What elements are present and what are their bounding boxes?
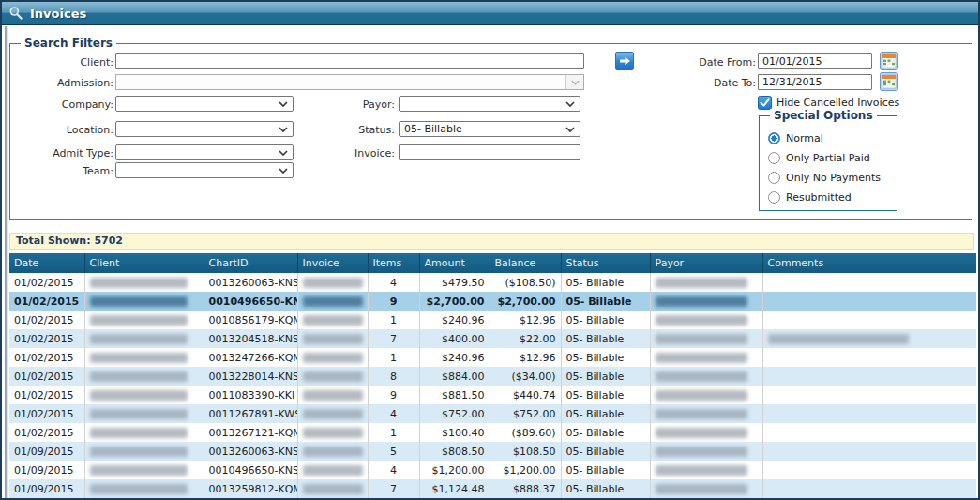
- cell-amount: $240.96: [419, 311, 490, 329]
- admit-type-select[interactable]: [115, 144, 294, 160]
- invoice-input[interactable]: [399, 144, 580, 160]
- radio-button-icon[interactable]: [768, 152, 780, 164]
- table-row[interactable]: 01/09/20150010496650-KNS4$1,200.00$1,200…: [9, 461, 976, 479]
- hide-cancelled-checkbox[interactable]: Hide Cancelled Invoices: [758, 95, 899, 110]
- table-row[interactable]: 01/02/20150013228014-KNS8$884.00($34.00)…: [9, 367, 976, 386]
- cell-amount: $2,700.00: [419, 292, 490, 311]
- date-to-input[interactable]: [758, 74, 872, 90]
- redacted-invoice-text: [303, 278, 363, 288]
- redacted-payor-text: [656, 353, 747, 363]
- cell-invoice: [297, 404, 368, 423]
- column-header-date[interactable]: Date: [9, 253, 84, 273]
- column-header-comments[interactable]: Comments: [762, 253, 976, 273]
- table-row[interactable]: 01/02/20150013267121-KQM1$100.40($89.60)…: [9, 423, 976, 442]
- cell-items: 5: [368, 442, 419, 461]
- table-body: 01/02/20150013260063-KNS4$479.50($108.50…: [9, 273, 976, 498]
- cell-invoice: [297, 386, 368, 404]
- location-label: Location:: [10, 123, 113, 137]
- redacted-payor-text: [656, 315, 747, 326]
- checkbox-checked-icon[interactable]: [758, 96, 772, 110]
- cell-date: 01/02/2015: [9, 329, 84, 348]
- cell-chartid: 0013247266-KQM: [204, 348, 297, 367]
- left-rail-divider: [5, 26, 7, 498]
- cell-items: 9: [368, 292, 419, 311]
- team-label: Team:: [10, 164, 113, 178]
- cell-chartid: 0013267121-KQM: [204, 423, 297, 442]
- search-go-button[interactable]: [615, 52, 634, 70]
- cell-client: [84, 311, 204, 329]
- table-row[interactable]: 01/02/20150013204518-KNS7$400.00$22.0005…: [9, 329, 976, 348]
- redacted-payor-text: [656, 428, 747, 438]
- date-from-input[interactable]: [758, 53, 872, 69]
- cell-items: 4: [368, 404, 419, 423]
- table-row[interactable]: 01/02/20150010856179-KQM1$240.96$12.9605…: [9, 311, 976, 329]
- date-to-calendar-button[interactable]: [880, 72, 898, 91]
- table-row[interactable]: 01/02/20150013260063-KNS4$479.50($108.50…: [9, 273, 976, 292]
- redacted-payor-text: [656, 296, 747, 307]
- column-header-items[interactable]: Items: [368, 253, 419, 273]
- redacted-payor-text: [656, 390, 747, 401]
- cell-chartid: 0013204518-KNS: [204, 329, 297, 348]
- radio-button-icon[interactable]: [768, 172, 780, 184]
- cell-client: [84, 442, 204, 461]
- team-select[interactable]: [115, 162, 294, 178]
- column-header-client[interactable]: Client: [84, 253, 204, 273]
- table-row[interactable]: 01/02/20150011083390-KKI9$881.50$440.740…: [9, 386, 976, 404]
- radio-option-only-no-payments[interactable]: Only No Payments: [768, 168, 895, 188]
- table-row[interactable]: 01/02/20150013247266-KQM1$240.96$12.9605…: [9, 348, 976, 367]
- redacted-invoice-text: [303, 484, 363, 494]
- table-row[interactable]: 01/02/20150011267891-KWS4$752.00$752.000…: [9, 404, 976, 423]
- radio-button-icon[interactable]: [768, 132, 780, 144]
- cell-invoice: [297, 461, 368, 479]
- column-header-payor[interactable]: Payor: [650, 253, 762, 273]
- table-row[interactable]: 01/09/20150013260063-KNS5$808.50$108.500…: [9, 442, 976, 461]
- radio-option-resubmitted[interactable]: Resubmitted: [768, 188, 895, 207]
- redacted-client-text: [90, 409, 188, 419]
- radio-option-only-partial-paid[interactable]: Only Partial Paid: [768, 148, 895, 168]
- cell-payor: [650, 461, 762, 479]
- redacted-invoice-text: [303, 428, 363, 438]
- redacted-client-text: [90, 484, 188, 494]
- payor-select[interactable]: [399, 96, 580, 112]
- cell-amount: $479.50: [419, 273, 490, 292]
- table-row[interactable]: 01/09/20150013259812-KQM7$1,124.48$888.3…: [9, 479, 976, 498]
- date-to-label: Date To:: [657, 76, 756, 90]
- table-row[interactable]: 01/02/20150010496650-KNS9$2,700.00$2,700…: [9, 292, 976, 311]
- column-header-amount[interactable]: Amount: [419, 253, 490, 273]
- radio-option-normal[interactable]: Normal: [768, 129, 895, 148]
- redacted-client-text: [90, 278, 188, 288]
- cell-date: 01/09/2015: [9, 442, 84, 461]
- chevron-down-icon: [565, 127, 575, 132]
- cell-chartid: 0013259812-KQM: [204, 479, 297, 498]
- radio-option-label: Only Partial Paid: [786, 152, 870, 164]
- redacted-payor-text: [656, 447, 747, 457]
- company-select[interactable]: [115, 96, 294, 112]
- client-input[interactable]: [115, 53, 584, 69]
- column-header-chartid[interactable]: ChartID: [204, 253, 297, 273]
- column-header-invoice[interactable]: Invoice: [297, 253, 368, 273]
- redacted-invoice-text: [303, 371, 363, 382]
- cell-client: [84, 329, 204, 348]
- radio-option-label: Only No Payments: [786, 172, 881, 184]
- cell-date: 01/02/2015: [9, 273, 84, 292]
- redacted-payor-text: [656, 278, 747, 288]
- location-select[interactable]: [115, 121, 294, 137]
- status-select-value: 05- Billable: [404, 123, 462, 135]
- cell-payor: [650, 404, 762, 423]
- cell-amount: $752.00: [419, 404, 490, 423]
- radio-button-icon[interactable]: [768, 191, 780, 204]
- cell-amount: $884.00: [419, 367, 490, 386]
- cell-status: 05- Billable: [561, 479, 650, 498]
- cell-amount: $1,124.48: [419, 479, 490, 498]
- column-header-status[interactable]: Status: [561, 253, 650, 273]
- status-select[interactable]: 05- Billable: [399, 121, 580, 137]
- cell-items: 9: [368, 386, 419, 404]
- cell-balance: $1,200.00: [490, 461, 561, 479]
- column-header-balance[interactable]: Balance: [490, 253, 561, 273]
- redacted-invoice-text: [303, 390, 363, 401]
- cell-chartid: 0013228014-KNS: [204, 367, 297, 386]
- cell-date: 01/02/2015: [9, 292, 84, 311]
- date-from-calendar-button[interactable]: [880, 52, 898, 70]
- arrow-right-icon: [619, 55, 631, 67]
- cell-payor: [650, 273, 762, 292]
